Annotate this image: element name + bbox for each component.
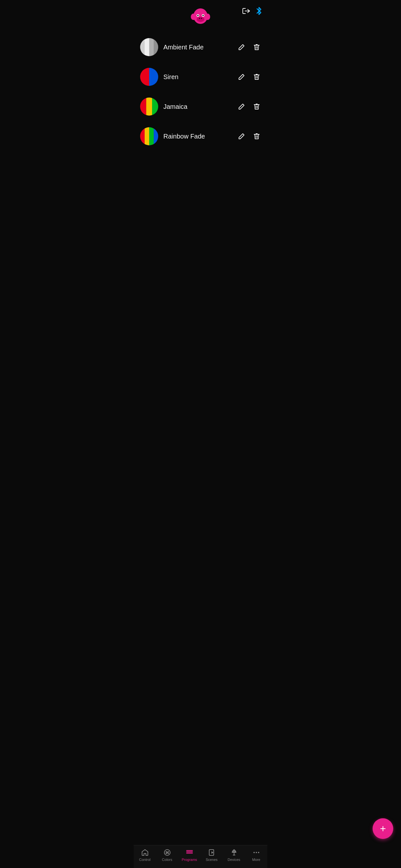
svg-point-7 <box>203 15 204 16</box>
program-actions <box>237 131 261 141</box>
delete-button[interactable] <box>252 42 261 52</box>
color-preview-siren <box>140 68 158 86</box>
login-button[interactable] <box>242 7 251 14</box>
svg-point-14 <box>166 853 167 854</box>
svg-point-22 <box>258 852 259 853</box>
bottom-navigation: Control Colors Programs <box>134 845 267 868</box>
home-icon <box>141 848 149 857</box>
list-item: Jamaica <box>134 92 267 121</box>
nav-item-more[interactable]: More <box>247 848 266 862</box>
edit-button[interactable] <box>237 132 246 141</box>
delete-button[interactable] <box>252 102 261 112</box>
programs-icon <box>186 848 193 857</box>
app-logo <box>191 6 210 26</box>
svg-point-6 <box>197 15 198 16</box>
svg-point-16 <box>166 852 168 853</box>
bluetooth-button[interactable] <box>256 6 262 16</box>
svg-point-9 <box>199 18 200 19</box>
nav-item-scenes[interactable]: Scenes <box>203 848 221 862</box>
scenes-icon <box>208 848 216 857</box>
nav-label-more: More <box>252 858 260 862</box>
more-icon <box>252 848 260 857</box>
program-name: Jamaica <box>163 103 232 111</box>
header <box>134 0 267 29</box>
devices-icon <box>230 848 238 857</box>
nav-label-programs: Programs <box>182 858 197 862</box>
svg-point-21 <box>256 852 257 853</box>
delete-button[interactable] <box>252 72 261 82</box>
colors-icon <box>163 848 171 857</box>
color-preview-jamaica <box>140 97 158 116</box>
color-preview-ambient-fade <box>140 38 158 56</box>
program-actions <box>237 102 261 112</box>
svg-point-15 <box>167 853 169 854</box>
edit-button[interactable] <box>237 42 246 52</box>
edit-button[interactable] <box>237 102 246 111</box>
header-actions <box>242 6 262 16</box>
delete-button[interactable] <box>252 131 261 141</box>
svg-point-10 <box>201 18 202 19</box>
edit-button[interactable] <box>237 72 246 82</box>
nav-item-control[interactable]: Control <box>136 848 154 862</box>
svg-marker-18 <box>212 851 213 854</box>
nav-item-programs[interactable]: Programs <box>181 848 198 862</box>
list-item: Siren <box>134 62 267 92</box>
program-actions <box>237 42 261 52</box>
program-name: Ambient Fade <box>163 43 232 51</box>
nav-item-colors[interactable]: Colors <box>158 848 176 862</box>
program-actions <box>237 72 261 82</box>
program-name: Rainbow Fade <box>163 133 232 140</box>
list-item: Ambient Fade <box>134 32 267 62</box>
nav-label-colors: Colors <box>162 858 173 862</box>
nav-label-control: Control <box>139 858 150 862</box>
color-preview-rainbow-fade <box>140 127 158 145</box>
nav-item-devices[interactable]: Devices <box>225 848 243 862</box>
nav-label-devices: Devices <box>227 858 240 862</box>
program-list: Ambient Fade <box>134 29 267 154</box>
nav-label-scenes: Scenes <box>206 858 218 862</box>
list-item: Rainbow Fade <box>134 121 267 151</box>
svg-point-20 <box>253 852 255 853</box>
program-name: Siren <box>163 73 232 81</box>
monkey-logo-icon <box>191 6 210 26</box>
